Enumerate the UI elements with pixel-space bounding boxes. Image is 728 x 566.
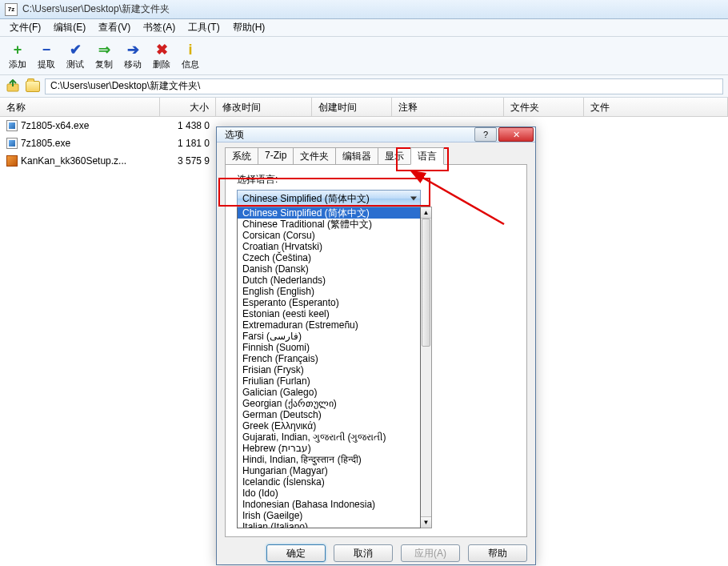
dialog-title: 选项: [225, 128, 473, 142]
options-dialog: 选项 ? ✕ 系统7-Zip文件夹编辑器显示语言 选择语言: Chinese S…: [216, 126, 536, 565]
language-option[interactable]: Galician (Galego): [238, 387, 420, 398]
scroll-thumb[interactable]: [422, 219, 430, 347]
toolbar-label: 复制: [95, 58, 113, 70]
scroll-up-button[interactable]: ▲: [421, 207, 431, 219]
tab[interactable]: 编辑器: [335, 147, 378, 164]
menu-item[interactable]: 工具(T): [182, 19, 226, 36]
language-option[interactable]: Czech (Čeština): [238, 252, 420, 263]
language-option[interactable]: Irish (Gaeilge): [238, 510, 420, 521]
toolbar-label: 移动: [124, 58, 142, 70]
column-modified[interactable]: 修改时间: [216, 98, 312, 116]
toolbar-label: 添加: [9, 58, 26, 70]
file-name: 7z1805.exe: [21, 138, 70, 149]
language-option[interactable]: Gujarati, Indian, ગુજરાતી (ગુજરાતી): [238, 432, 420, 443]
file-icon: [6, 155, 18, 167]
path-input[interactable]: [45, 78, 723, 94]
scroll-down-button[interactable]: ▼: [421, 516, 431, 528]
language-option[interactable]: Frisian (Frysk): [238, 364, 420, 375]
language-option[interactable]: Estonian (eesti keel): [238, 308, 420, 319]
language-option[interactable]: Extremaduran (Estremeñu): [238, 319, 420, 331]
tab[interactable]: 语言: [410, 147, 444, 165]
language-option[interactable]: Croatian (Hrvatski): [238, 241, 420, 252]
language-option[interactable]: Danish (Dansk): [238, 263, 420, 275]
language-option[interactable]: Hindi, Indian, हिन्दुस्तान (हिन्दी): [238, 454, 420, 465]
up-folder-icon[interactable]: [5, 78, 21, 94]
toolbar-label: 提取: [38, 58, 55, 70]
toolbar-icon: ➔: [124, 41, 142, 58]
apply-button[interactable]: 应用(A): [401, 544, 460, 562]
tab[interactable]: 显示: [378, 147, 411, 164]
language-option[interactable]: Chinese Traditional (繁體中文): [238, 219, 420, 230]
language-option[interactable]: French (Français): [238, 353, 420, 364]
dialog-titlebar: 选项 ? ✕: [217, 127, 535, 143]
language-option[interactable]: Hebrew (עברית): [238, 443, 420, 454]
tab-panel-language: 选择语言: Chinese Simplified (简体中文) Chinese …: [225, 165, 527, 537]
language-option[interactable]: Farsi (فارسی): [238, 331, 420, 342]
language-option[interactable]: Chinese Simplified (简体中文): [238, 207, 420, 219]
toolbar-label: 删除: [153, 58, 170, 70]
toolbar-button[interactable]: −提取: [34, 41, 59, 70]
window-title: C:\Users\user\Desktop\新建文件夹: [22, 2, 170, 16]
menu-item[interactable]: 查看(V): [92, 19, 137, 36]
language-option[interactable]: Georgian (ქართული): [238, 398, 420, 409]
language-listbox[interactable]: Chinese Simplified (简体中文)Chinese Traditi…: [237, 207, 421, 528]
dialog-close-button[interactable]: ✕: [498, 127, 534, 142]
language-option[interactable]: Finnish (Suomi): [238, 342, 420, 353]
toolbar-button[interactable]: ✖删除: [149, 41, 174, 70]
language-option[interactable]: Indonesian (Bahasa Indonesia): [238, 499, 420, 510]
chevron-down-icon: [410, 197, 417, 201]
app-icon: 7z: [5, 3, 18, 16]
column-comment[interactable]: 注释: [392, 98, 504, 116]
toolbar-icon: ✖: [153, 41, 170, 58]
column-size[interactable]: 大小: [160, 98, 216, 116]
toolbar-button[interactable]: +添加: [5, 41, 30, 70]
column-file[interactable]: 文件: [584, 98, 728, 116]
language-combobox[interactable]: Chinese Simplified (简体中文): [237, 190, 421, 207]
dialog-button-row: 确定 取消 应用(A) 帮助: [217, 542, 535, 564]
menu-item[interactable]: 编辑(E): [47, 19, 92, 36]
column-created[interactable]: 创建时间: [312, 98, 392, 116]
language-option[interactable]: Italian (Italiano): [238, 521, 420, 528]
addressbar: [0, 75, 728, 98]
tab[interactable]: 7-Zip: [258, 147, 294, 164]
toolbar-icon: ✔: [66, 41, 84, 58]
toolbar-icon: +: [9, 41, 26, 58]
help-button[interactable]: 帮助: [468, 544, 527, 562]
toolbar-button[interactable]: ⇒复制: [91, 41, 117, 70]
toolbar-icon: i: [182, 41, 199, 58]
toolbar-button[interactable]: ✔测试: [62, 41, 88, 70]
cancel-button[interactable]: 取消: [334, 544, 393, 562]
titlebar: 7z C:\Users\user\Desktop\新建文件夹: [0, 0, 728, 19]
language-option[interactable]: Icelandic (Íslenska): [238, 476, 420, 488]
language-option[interactable]: Hungarian (Magyar): [238, 465, 420, 476]
menu-item[interactable]: 帮助(H): [226, 19, 272, 36]
language-option[interactable]: Ido (Ido): [238, 488, 420, 499]
language-option[interactable]: Greek (Ελληνικά): [238, 420, 420, 432]
toolbar-button[interactable]: i信息: [178, 41, 203, 70]
language-option[interactable]: Dutch (Nederlands): [238, 275, 420, 286]
language-option[interactable]: German (Deutsch): [238, 409, 420, 420]
file-icon: [6, 138, 18, 149]
file-name: KanKan_kk360Setup.z...: [21, 155, 126, 167]
file-size: 1 438 0: [160, 120, 216, 131]
toolbar-button[interactable]: ➔移动: [120, 41, 146, 70]
column-name[interactable]: 名称: [0, 98, 160, 116]
ok-button[interactable]: 确定: [266, 544, 326, 562]
tab[interactable]: 系统: [225, 147, 258, 164]
language-option[interactable]: Corsican (Corsu): [238, 230, 420, 241]
combobox-value: Chinese Simplified (简体中文): [242, 192, 370, 206]
language-option[interactable]: Friulian (Furlan): [238, 375, 420, 387]
dialog-help-button[interactable]: ?: [474, 127, 497, 142]
scroll-track[interactable]: [421, 219, 431, 516]
menubar: 文件(F)编辑(E)查看(V)书签(A)工具(T)帮助(H): [0, 19, 728, 37]
menu-item[interactable]: 书签(A): [137, 19, 182, 36]
column-folder[interactable]: 文件夹: [504, 98, 584, 116]
language-option[interactable]: English (English): [238, 286, 420, 297]
language-option[interactable]: Esperanto (Esperanto): [238, 297, 420, 308]
toolbar-icon: −: [38, 41, 55, 58]
list-header: 名称 大小 修改时间 创建时间 注释 文件夹 文件: [0, 98, 728, 117]
toolbar-label: 测试: [66, 58, 84, 70]
listbox-scrollbar[interactable]: ▲ ▼: [421, 207, 432, 528]
menu-item[interactable]: 文件(F): [3, 19, 47, 36]
tab[interactable]: 文件夹: [293, 147, 336, 164]
